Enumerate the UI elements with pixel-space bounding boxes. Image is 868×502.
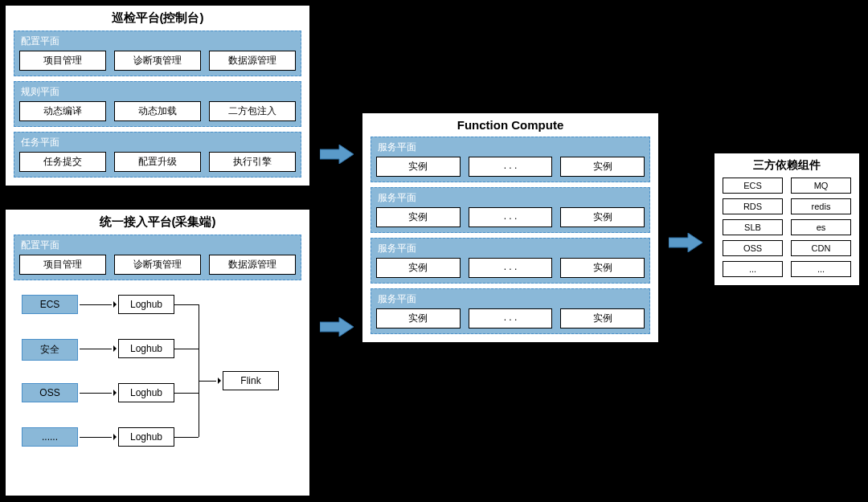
connector-line xyxy=(199,304,199,437)
config-item: 数据源管理 xyxy=(209,51,296,71)
config-item: 数据源管理 xyxy=(209,255,296,275)
instance-dots: . . . xyxy=(469,258,553,278)
config-item: 诊断项管理 xyxy=(114,51,201,71)
dep-item: es xyxy=(791,219,851,235)
dep-item: ... xyxy=(791,261,851,277)
instance-dots: . . . xyxy=(469,207,553,227)
task-item: 任务提交 xyxy=(19,152,106,172)
instance-box: 实例 xyxy=(376,308,461,329)
flink-box: Flink xyxy=(223,371,279,390)
inspection-title: 巡检平台(控制台) xyxy=(14,10,301,26)
connector-line xyxy=(174,437,199,438)
dep-item: ECS xyxy=(723,178,783,194)
instance-box: 实例 xyxy=(376,207,461,227)
config-plane-1: 配置平面 项目管理 诊断项管理 数据源管理 xyxy=(14,31,301,76)
instance-box: 实例 xyxy=(560,157,645,177)
plane-title: 配置平面 xyxy=(19,35,296,48)
loghub-box: Loghub xyxy=(118,383,174,402)
plane-title: 服务平面 xyxy=(376,191,645,205)
instance-box: 实例 xyxy=(376,258,461,278)
plane-title: 任务平面 xyxy=(19,136,296,149)
loghub-box: Loghub xyxy=(118,427,174,447)
plane-title: 配置平面 xyxy=(19,239,296,252)
connector-line xyxy=(174,349,199,349)
instance-dots: . . . xyxy=(469,308,553,329)
task-plane: 任务平面 任务提交 配置升级 执行引擎 xyxy=(14,132,301,178)
rule-item: 动态编译 xyxy=(19,101,106,121)
plane-title: 服务平面 xyxy=(376,292,645,306)
arrow-icon xyxy=(80,300,117,308)
deps-panel: 三方依赖组件 ECS MQ RDS redis SLB es OSS CDN .… xyxy=(714,153,860,286)
plane-title: 服务平面 xyxy=(376,141,645,154)
fc-title: Function Compute xyxy=(371,118,650,132)
config-plane-2: 配置平面 项目管理 诊断项管理 数据源管理 xyxy=(14,235,301,280)
plane-title: 规则平面 xyxy=(19,85,296,99)
block-arrow-icon xyxy=(320,145,354,164)
source-sec: 安全 xyxy=(22,339,78,361)
rule-item: 动态加载 xyxy=(114,101,201,121)
connector-line xyxy=(174,393,199,394)
deps-title: 三方依赖组件 xyxy=(723,158,851,173)
instance-box: 实例 xyxy=(376,157,461,177)
access-panel: 统一接入平台(采集端) 配置平面 项目管理 诊断项管理 数据源管理 ECS 安全… xyxy=(5,209,310,496)
config-item: 诊断项管理 xyxy=(114,255,201,275)
loghub-box: Loghub xyxy=(118,339,174,358)
dep-item: MQ xyxy=(791,178,851,194)
source-ecs: ECS xyxy=(22,295,78,314)
instance-box: 实例 xyxy=(560,308,645,329)
instance-dots: . . . xyxy=(469,157,553,177)
source-oss: OSS xyxy=(22,383,78,402)
dep-item: SLB xyxy=(723,219,783,235)
dep-item: CDN xyxy=(791,240,851,256)
source-more: ...... xyxy=(22,427,78,447)
arrow-icon xyxy=(199,377,221,385)
dep-item: RDS xyxy=(723,198,783,214)
dep-item: ... xyxy=(723,261,783,277)
plane-title: 服务平面 xyxy=(376,242,645,255)
instance-box: 实例 xyxy=(560,207,645,227)
instance-box: 实例 xyxy=(560,258,645,278)
arrow-icon xyxy=(80,389,117,397)
access-title: 统一接入平台(采集端) xyxy=(14,214,301,230)
service-plane: 服务平面 实例 . . . 实例 xyxy=(371,238,650,284)
fc-panel: Function Compute 服务平面 实例 . . . 实例 服务平面 实… xyxy=(362,112,659,343)
inspection-panel: 巡检平台(控制台) 配置平面 项目管理 诊断项管理 数据源管理 规则平面 动态编… xyxy=(5,5,310,186)
flow-grid: ECS 安全 OSS ...... Loghub Loghub Loghub L… xyxy=(14,287,301,455)
block-arrow-icon xyxy=(320,317,354,337)
arrow-icon xyxy=(80,433,117,441)
task-item: 配置升级 xyxy=(114,152,201,172)
rule-plane: 规则平面 动态编译 动态加载 二方包注入 xyxy=(14,81,301,127)
task-item: 执行引擎 xyxy=(209,152,296,172)
config-item: 项目管理 xyxy=(19,51,106,71)
block-arrow-icon xyxy=(669,233,702,252)
config-item: 项目管理 xyxy=(19,255,106,275)
service-plane: 服务平面 实例 . . . 实例 xyxy=(371,137,650,182)
loghub-box: Loghub xyxy=(118,295,174,314)
service-plane: 服务平面 实例 . . . 实例 xyxy=(371,288,650,334)
dep-item: OSS xyxy=(723,240,783,256)
connector-line xyxy=(174,304,199,305)
dep-item: redis xyxy=(791,198,851,214)
arrow-icon xyxy=(80,345,117,353)
rule-item: 二方包注入 xyxy=(209,101,296,121)
service-plane: 服务平面 实例 . . . 实例 xyxy=(371,187,650,233)
